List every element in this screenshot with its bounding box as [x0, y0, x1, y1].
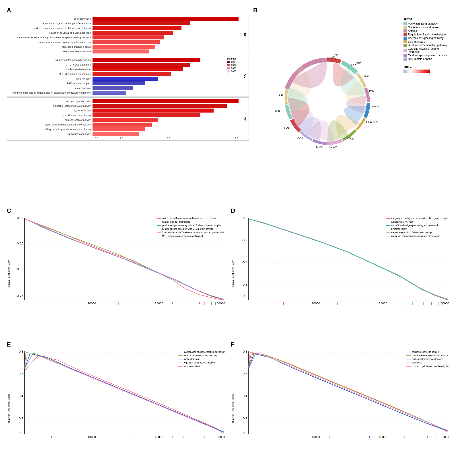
panel-C-legend: double strand break repair via break ind… [157, 217, 225, 238]
panel-C: C Running Enrichment Score 0.00 -0.25 [4, 205, 228, 339]
panel-F: F Running Enrichment Score 0.8 0.6 0.4 0… [228, 339, 453, 472]
bp-bar-6: immune response-activating signal transd… [8, 40, 239, 44]
term-item-actin: Regulation of actin cytoskeleton [404, 33, 448, 36]
svg-text:20000: 20000 [379, 302, 387, 305]
terms-legend-title: Terms [404, 17, 448, 20]
term-item-chemokine: Chemokine signaling pathway [404, 36, 448, 40]
gene-label-FOS: FOS [284, 126, 289, 129]
gene-label-KRAS: KRAS [316, 145, 323, 148]
svg-text:0.6: 0.6 [243, 372, 247, 375]
chord-legend: Terms MAPK signaling pathway Graft-versu… [401, 15, 450, 189]
term-item-rheum: Rheumatoid arthritis [404, 58, 448, 61]
logfc-legend: logFC -1 3 [404, 65, 448, 76]
bp-bar-3: positive regulation of myeloid leukocyte… [8, 26, 239, 30]
cc-section-label: CC [244, 74, 247, 78]
gene-label-LADRB1: LA-DRB1 [351, 61, 361, 66]
cc-bar-1: clathrin-coated endocytic vesicle [8, 58, 239, 62]
svg-text:0.0: 0.0 [243, 431, 247, 434]
term-item-asthma: Asthma [404, 29, 448, 33]
svg-text:0.2: 0.2 [243, 417, 247, 420]
cc-bar-6: MHC protein complex [8, 81, 239, 85]
panel-E: E Running Enrichment Score 0.8 0.6 0.4 0… [4, 339, 228, 472]
mf-section-label: MF [244, 117, 247, 121]
svg-text:20000: 20000 [155, 436, 163, 439]
top-row: A cell chemotaxis regulation o [4, 4, 453, 205]
svg-text:0.4: 0.4 [19, 395, 23, 398]
term-item-graft: Graft-versus-host disease [404, 26, 448, 29]
term-item-mapk: MAPK signaling pathway [404, 22, 448, 26]
cc-bar-5: lamellar body [8, 77, 239, 81]
gene-label-VAN3: VAN3 [296, 136, 303, 139]
mf-bar-3: cytokine activity [8, 109, 239, 112]
gene-label-HLADRB5: HLA-DRB5 [366, 121, 378, 123]
term-item-leish: Leishmaniasis [404, 40, 448, 43]
gene-label-TNFSF11: TNFSF11 [370, 105, 381, 108]
cc-bar-3: clathrin-coated vesicle [8, 67, 239, 71]
svg-text:0.2: 0.2 [19, 417, 23, 420]
panel-A: A cell chemotaxis regulation o [4, 4, 251, 205]
svg-text:0.8: 0.8 [243, 350, 247, 353]
bottom-panels: C Running Enrichment Score 0.00 -0.25 [4, 205, 453, 472]
svg-text:-0.25: -0.25 [16, 242, 23, 245]
cc-bar-7: late endosome [8, 86, 239, 90]
bp-bar-4: regulation of ERK1 and ERK2 cascade [8, 31, 239, 35]
cc-bar-4: MHC class II protein complex [8, 72, 239, 76]
mf-bar-5: nuclear receptor activity [8, 118, 239, 122]
svg-text:0.4: 0.4 [243, 395, 247, 398]
mf-bar-8: growth factor activity [8, 132, 239, 136]
panel-D-y-label: Running Enrichment Score [232, 260, 234, 289]
svg-text:0.0: 0.0 [243, 216, 247, 220]
gene-label-CXCL2: CXCL2 [347, 136, 355, 141]
gene-label-NR4A1: NR4A1 [363, 75, 371, 78]
panel-E-y-label: Running Enrichment Score [8, 393, 10, 423]
bp-bar-5: immune response-activating cell surface … [8, 35, 239, 39]
svg-text:-0.8: -0.8 [242, 294, 247, 298]
panel-A-label: A [7, 7, 249, 14]
svg-text:-0.6: -0.6 [242, 283, 247, 286]
bp-bar-1: cell chemotaxis [8, 17, 239, 21]
gene-label-CLCF1: CLCF1 [275, 110, 283, 112]
svg-text:0.0: 0.0 [19, 431, 23, 434]
panel-D: D Running Enrichment Score 0.0 -0.2 -0.4… [228, 205, 453, 339]
panel-F-y-label: Running Enrichment Score [232, 393, 234, 423]
mf-bar-1: receptor ligand activity [8, 99, 239, 103]
logfc-gradient [404, 69, 430, 73]
chord-diagram: FGF19 LA-DRB1 NR4A1 PAK3 TNFSF11 HLA-DRB… [272, 46, 383, 158]
gene-label-PAK3: PAK3 [369, 90, 375, 92]
panel-F-legend: cellular response to acidic PH chemical … [406, 350, 449, 368]
panel-E-legend: maintenance of gastrointestinal epitheli… [178, 350, 225, 368]
gene-label-CCL20: CCL20 [329, 145, 337, 148]
svg-text:-0.50: -0.50 [16, 268, 23, 271]
svg-text:0.00: 0.00 [17, 216, 23, 220]
svg-text:0.6: 0.6 [19, 372, 23, 375]
mf-bar-7: ciliary neurotrophic factor receptor bin… [8, 127, 239, 131]
svg-text:20000: 20000 [379, 436, 387, 439]
term-item-bcell: B cell receptor signaling pathway [404, 44, 448, 47]
mf-bar-2: signaling receptor activator activity [8, 104, 239, 108]
panel-C-label: C [7, 207, 226, 214]
panel-B-label: B [253, 7, 450, 14]
mf-bar-4: cytokine receptor binding [8, 113, 239, 117]
logfc-min: -1 [404, 73, 406, 76]
svg-text:10000: 10000 [312, 302, 320, 305]
cc-bar-2: CRLF-CLCF1 complex [8, 63, 239, 67]
svg-text:-0.2: -0.2 [242, 239, 247, 242]
panel-C-y-label: Running Enrichment Score [8, 260, 10, 289]
bp-section-label: BP [244, 33, 247, 37]
term-item-tcell: T cell receptor signaling pathway [404, 54, 448, 57]
svg-text:30000: 30000 [217, 302, 225, 305]
svg-text:0.8: 0.8 [19, 350, 23, 353]
logfc-max: 3 [429, 73, 430, 76]
panel-F-label: F [231, 341, 450, 348]
bp-bar-2: regulation of myeloid leukocyte differen… [8, 21, 239, 26]
panel-D-label: D [231, 207, 450, 214]
bp-bar-7: regulation of neuron death [8, 45, 239, 49]
panel-D-legend: antigen processing and presentation of e… [386, 217, 449, 238]
term-item-cytokine: Cytokine-cytokine receptor interaction [404, 47, 448, 53]
main-container: A cell chemotaxis regulation o [0, 0, 457, 476]
svg-text:10000: 10000 [88, 302, 96, 305]
svg-text:-0.4: -0.4 [242, 261, 247, 264]
gene-label-LIF: LIF [279, 94, 283, 97]
mf-bar-6: ligand-activated transcription factor ac… [8, 123, 239, 127]
panel-B: B [251, 4, 453, 205]
